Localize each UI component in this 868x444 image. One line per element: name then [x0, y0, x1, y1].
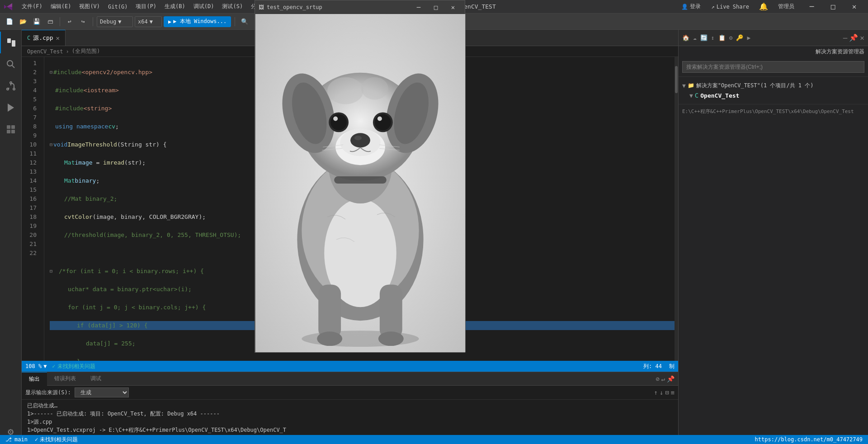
tab-errors[interactable]: 错误列表 [47, 372, 83, 386]
menu-project[interactable]: 项目(P) [132, 1, 160, 12]
status-ok-indicator: ✓ 未找到相关问题 [52, 363, 95, 370]
menu-git[interactable]: Git(G) [104, 2, 131, 12]
solution-header-icon7[interactable]: 🔑 [736, 34, 743, 41]
tab-output[interactable]: 输出 [22, 372, 47, 386]
run-button[interactable]: ▶ ▶ 本地 Windows... [164, 16, 231, 27]
output-action3[interactable]: ⊟ [665, 389, 669, 396]
menu-debug[interactable]: 调试(D) [190, 1, 218, 12]
pin-icon[interactable]: 📌 [667, 375, 675, 383]
platform-dropdown[interactable]: x64 ▼ [135, 16, 162, 27]
status-ok-icon: ✓ [35, 436, 38, 443]
status-ok-text: 未找到相关问题 [40, 436, 78, 444]
breadcrumb-scope: (全局范围) [72, 47, 100, 55]
solution-header-icon8[interactable]: ▶ [747, 34, 750, 41]
expand-icon: ▼ [682, 82, 686, 89]
close-btn[interactable]: ✕ [844, 0, 864, 14]
title-bar-right: 👤 登录 ↗ Live Share 🔔 管理员 ─ □ ✕ [678, 0, 864, 14]
output-action2[interactable]: ↓ [660, 389, 663, 396]
pin-panel-icon[interactable]: 📌 [849, 33, 858, 42]
solution-root-item[interactable]: ▼ 📁 解决方案"OpenCV_TEST"(1 个项目/共 1 个) [680, 80, 866, 90]
breadcrumb-project: OpenCV_Test [27, 48, 63, 55]
solution-header-icons: 🏠 ☁ 🔄 ↕ 📋 ⚙ 🔑 ▶ [682, 34, 750, 41]
image-maximize-btn[interactable]: □ [428, 1, 444, 14]
maximize-btn[interactable]: □ [823, 0, 843, 14]
svg-rect-11 [11, 130, 15, 133]
login-btn[interactable]: 👤 登录 [678, 1, 704, 12]
output-source-dropdown[interactable]: 生成 [75, 387, 129, 397]
collapse-all-icon[interactable]: – [843, 33, 848, 42]
image-title: 🖼 test_opencv_srtup [259, 4, 322, 10]
solution-search [679, 57, 868, 77]
output-action1[interactable]: ↑ [654, 389, 657, 396]
svg-rect-9 [11, 125, 15, 129]
status-right-items: https://blog.csdn.net/m0_47472749 [755, 436, 863, 443]
admin-btn[interactable]: 管理员 [774, 1, 798, 12]
undo-btn[interactable]: ↩ [64, 16, 75, 28]
save-btn[interactable]: 💾 [31, 16, 42, 28]
search-activity-icon[interactable] [0, 53, 22, 75]
output-action4[interactable]: ≡ [671, 389, 675, 396]
image-close-btn[interactable]: ✕ [445, 1, 461, 14]
panel-tabs: 输出 错误列表 调试 ⊘ ↵ 📌 [22, 372, 678, 386]
image-content [255, 14, 466, 352]
menu-file[interactable]: 文件(F) [18, 1, 46, 12]
solution-header-icon5[interactable]: 📋 [718, 34, 726, 41]
panel-actions: ⊘ ↵ 📌 [656, 375, 678, 383]
output-line-1: 已启动生成… [27, 401, 673, 410]
live-share-btn[interactable]: ↗ Live Share [708, 2, 753, 12]
solution-header-icon3[interactable]: 🔄 [700, 34, 708, 41]
solution-search-input[interactable] [682, 61, 864, 73]
solution-header-icon1[interactable]: 🏠 [682, 34, 689, 41]
output-panel: 输出 错误列表 调试 ⊘ ↵ 📌 显示输出来源(S): 生成 ↑ ↓ ⊟ [22, 372, 678, 444]
clear-icon[interactable]: ⊘ [656, 375, 659, 383]
code-line-17: } [50, 357, 678, 361]
image-minimize-btn[interactable]: ─ [410, 1, 427, 14]
menu-test[interactable]: 测试(S) [218, 1, 246, 12]
menu-edit[interactable]: 编辑(E) [47, 1, 75, 12]
svg-rect-39 [334, 176, 387, 184]
config-dropdown[interactable]: Debug ▼ [97, 16, 133, 27]
branch-name: main [14, 436, 28, 443]
vertical-scrollbar[interactable] [675, 57, 678, 361]
minimize-btn[interactable]: ─ [802, 0, 822, 14]
solution-file-icon: 📁 [688, 82, 694, 89]
sep2 [93, 17, 93, 26]
image-controls: ─ □ ✕ [410, 1, 461, 14]
solution-header-icon6[interactable]: ⚙ [729, 34, 733, 41]
solution-title-label: 解决方案资源管理器 [679, 46, 868, 57]
project-expand-icon: ▼ [689, 92, 693, 99]
ok-icon: ✓ [52, 363, 55, 369]
redo-btn[interactable]: ↪ [77, 16, 89, 28]
svg-point-19 [317, 331, 342, 346]
solution-header-icon4[interactable]: ↕ [711, 34, 715, 41]
svg-point-38 [354, 136, 362, 140]
status-url: https://blog.csdn.net/m0_47472749 [755, 436, 863, 443]
image-title-bar: 🖼 test_opencv_srtup ─ □ ✕ [255, 0, 465, 14]
new-file-btn[interactable]: 📄 [4, 16, 15, 28]
output-line-2: 1>------ 已启动生成: 项目: OpenCV_Test, 配置: Deb… [27, 410, 673, 418]
extensions-icon[interactable] [0, 118, 22, 140]
live-share-icon: ↗ [712, 4, 715, 10]
notification-icon[interactable]: 🔔 [756, 0, 771, 13]
image-window-icon: 🖼 [259, 4, 264, 10]
open-btn[interactable]: 📂 [17, 16, 29, 28]
save-all-btn[interactable]: 🗃 [44, 16, 56, 28]
editor-status-bar: 108 % ▼ ✓ 未找到相关问题 列: 44 制 [22, 361, 678, 372]
tab-close-btn[interactable]: ✕ [56, 34, 60, 42]
search-toolbar-btn[interactable]: 🔍 [239, 16, 250, 28]
explorer-icon[interactable] [0, 32, 22, 53]
tab-source-cpp[interactable]: C 源.cpp ✕ [22, 30, 66, 46]
menu-build[interactable]: 生成(B) [161, 1, 189, 12]
wrap-icon[interactable]: ↵ [661, 375, 665, 383]
bottom-status-bar: ⎇ main ✓ 未找到相关问题 https://blog.csdn.net/m… [0, 435, 868, 444]
run-activity-icon[interactable] [0, 97, 22, 118]
tab-debug[interactable]: 调试 [83, 372, 108, 386]
image-window: 🖼 test_opencv_srtup ─ □ ✕ [255, 0, 465, 353]
project-item[interactable]: ▼ C OpenCV_Test [680, 90, 866, 100]
project-label: OpenCV_Test [700, 92, 739, 99]
menu-view[interactable]: 视图(V) [75, 1, 104, 12]
solution-header-icon2[interactable]: ☁ [693, 34, 697, 41]
close-panel-icon[interactable]: ✕ [860, 33, 864, 42]
svg-point-32 [375, 114, 391, 130]
git-activity-icon[interactable] [0, 75, 22, 97]
